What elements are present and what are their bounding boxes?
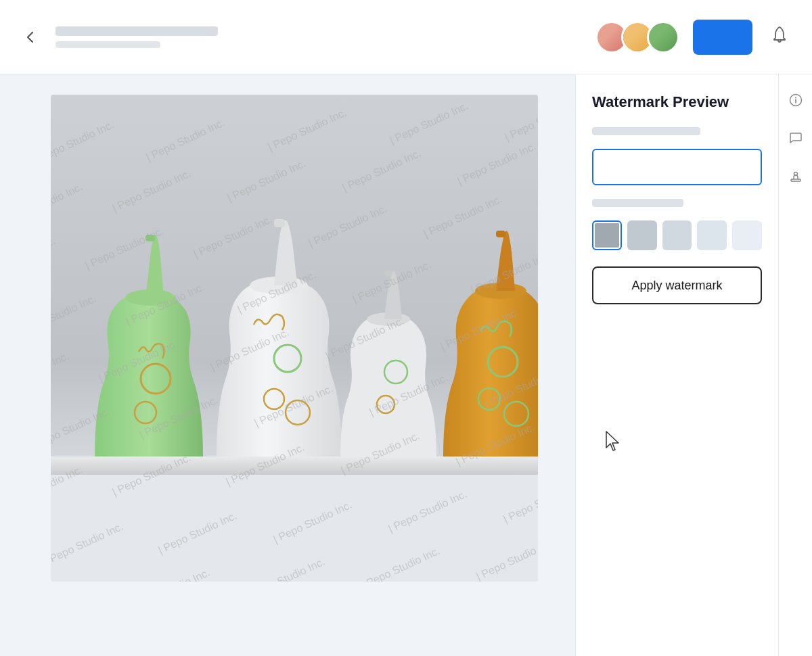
swatch-3[interactable] xyxy=(662,220,692,250)
header-right xyxy=(595,20,793,55)
avatar-3 xyxy=(647,21,679,53)
swatch-2[interactable] xyxy=(627,220,657,250)
swatch-5[interactable] xyxy=(732,220,762,250)
svg-rect-68 xyxy=(791,179,800,181)
skeleton-label-2 xyxy=(592,199,683,207)
avatar-group xyxy=(595,21,679,53)
title-bar-1 xyxy=(55,26,218,36)
apply-watermark-button[interactable]: Apply watermark xyxy=(592,266,762,304)
color-swatch-group xyxy=(592,220,762,250)
right-icon-rail xyxy=(778,74,812,656)
image-area: .wm { fill: rgba(170,170,170,0.50); font… xyxy=(0,74,575,656)
avatar-image-3 xyxy=(649,23,677,51)
header-left xyxy=(19,26,218,49)
header xyxy=(0,0,812,74)
svg-rect-17 xyxy=(496,231,505,237)
svg-rect-8 xyxy=(274,219,285,227)
back-button[interactable] xyxy=(19,26,42,49)
svg-rect-13 xyxy=(384,271,392,276)
skeleton-label-1 xyxy=(592,127,700,135)
svg-rect-2 xyxy=(51,475,538,582)
svg-rect-4 xyxy=(145,235,155,241)
svg-point-67 xyxy=(795,97,796,99)
cta-button[interactable] xyxy=(693,20,752,55)
notification-button[interactable] xyxy=(766,21,793,53)
swatch-1[interactable] xyxy=(592,220,622,250)
swatch-4[interactable] xyxy=(697,220,727,250)
svg-rect-1 xyxy=(51,456,538,475)
svg-point-69 xyxy=(794,172,797,176)
watermark-text-input[interactable] xyxy=(592,149,762,185)
header-title-block xyxy=(55,26,218,48)
main-content: .wm { fill: rgba(170,170,170,0.50); font… xyxy=(0,74,812,656)
info-icon[interactable] xyxy=(784,88,808,112)
product-scene-svg xyxy=(51,95,538,582)
product-image-container: .wm { fill: rgba(170,170,170,0.50); font… xyxy=(51,95,538,582)
comment-icon[interactable] xyxy=(784,126,808,150)
title-bar-2 xyxy=(55,41,160,48)
panel-title: Watermark Preview xyxy=(592,93,762,111)
watermark-sidebar: Watermark Preview Apply watermark xyxy=(575,74,778,656)
stamp-icon[interactable] xyxy=(784,164,808,188)
